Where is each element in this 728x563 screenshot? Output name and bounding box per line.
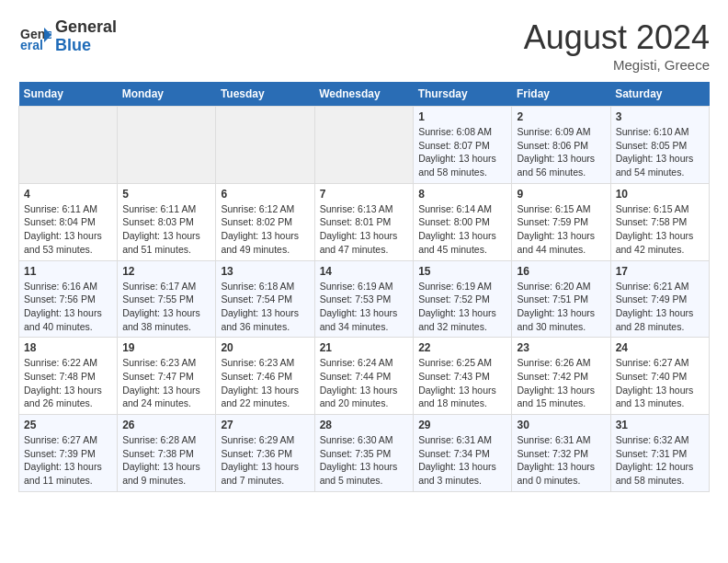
subtitle: Megisti, Greece: [524, 57, 710, 73]
calendar-cell-21: 21Sunrise: 6:24 AMSunset: 7:44 PMDayligh…: [314, 338, 414, 415]
day-number: 18: [24, 341, 112, 354]
day-number: 19: [122, 341, 210, 354]
day-number: 24: [616, 341, 704, 354]
calendar-cell-2: 2Sunrise: 6:09 AMSunset: 8:06 PMDaylight…: [512, 107, 610, 184]
day-info: Sunrise: 6:17 AMSunset: 7:55 PMDaylight:…: [122, 280, 210, 334]
day-number: 25: [24, 419, 112, 431]
day-number: 21: [320, 341, 409, 354]
calendar-cell-25: 25Sunrise: 6:27 AMSunset: 7:39 PMDayligh…: [19, 415, 118, 492]
day-info: Sunrise: 6:31 AMSunset: 7:34 PMDaylight:…: [418, 433, 506, 488]
calendar-cell-8: 8Sunrise: 6:14 AMSunset: 8:00 PMDaylight…: [414, 183, 512, 260]
day-info: Sunrise: 6:24 AMSunset: 7:44 PMDaylight:…: [320, 356, 409, 410]
day-info: Sunrise: 6:22 AMSunset: 7:48 PMDaylight:…: [24, 356, 112, 410]
day-number: 14: [320, 265, 409, 278]
day-number: 9: [517, 188, 605, 201]
day-info: Sunrise: 6:15 AMSunset: 7:59 PMDaylight:…: [517, 202, 605, 257]
calendar-cell-22: 22Sunrise: 6:25 AMSunset: 7:43 PMDayligh…: [414, 338, 512, 415]
day-number: 4: [24, 188, 112, 201]
day-number: 2: [517, 110, 605, 123]
title-block: August 2024 Megisti, Greece: [524, 18, 710, 73]
main-title: August 2024: [524, 18, 710, 57]
day-info: Sunrise: 6:10 AMSunset: 8:05 PMDaylight:…: [616, 125, 704, 179]
day-info: Sunrise: 6:15 AMSunset: 7:58 PMDaylight:…: [616, 202, 704, 257]
logo-general-text: General: [55, 18, 117, 37]
day-info: Sunrise: 6:23 AMSunset: 7:46 PMDaylight:…: [221, 356, 309, 410]
day-info: Sunrise: 6:26 AMSunset: 7:42 PMDaylight:…: [517, 356, 605, 410]
calendar-cell-19: 19Sunrise: 6:23 AMSunset: 7:47 PMDayligh…: [118, 338, 216, 415]
day-header-saturday: Saturday: [610, 82, 709, 107]
calendar-cell-16: 16Sunrise: 6:20 AMSunset: 7:51 PMDayligh…: [512, 260, 610, 338]
day-number: 6: [221, 188, 309, 201]
calendar-cell-15: 15Sunrise: 6:19 AMSunset: 7:52 PMDayligh…: [414, 260, 512, 338]
calendar-cell-10: 10Sunrise: 6:15 AMSunset: 7:58 PMDayligh…: [610, 183, 709, 260]
calendar-cell-4: 4Sunrise: 6:11 AMSunset: 8:04 PMDaylight…: [19, 183, 118, 260]
calendar-cell-27: 27Sunrise: 6:29 AMSunset: 7:36 PMDayligh…: [216, 415, 314, 492]
svg-text:eral: eral: [20, 38, 43, 52]
day-info: Sunrise: 6:29 AMSunset: 7:36 PMDaylight:…: [221, 433, 309, 488]
day-info: Sunrise: 6:16 AMSunset: 7:56 PMDaylight:…: [24, 280, 112, 334]
day-number: 7: [320, 188, 409, 201]
day-info: Sunrise: 6:30 AMSunset: 7:35 PMDaylight:…: [320, 433, 409, 488]
day-number: 11: [24, 265, 112, 278]
day-info: Sunrise: 6:18 AMSunset: 7:54 PMDaylight:…: [221, 280, 309, 334]
day-info: Sunrise: 6:21 AMSunset: 7:49 PMDaylight:…: [616, 280, 704, 334]
day-info: Sunrise: 6:12 AMSunset: 8:02 PMDaylight:…: [221, 202, 309, 257]
day-info: Sunrise: 6:28 AMSunset: 7:38 PMDaylight:…: [122, 433, 210, 488]
day-number: 20: [221, 341, 309, 354]
calendar-cell-20: 20Sunrise: 6:23 AMSunset: 7:46 PMDayligh…: [216, 338, 314, 415]
day-info: Sunrise: 6:20 AMSunset: 7:51 PMDaylight:…: [517, 280, 605, 334]
day-number: 31: [616, 419, 704, 431]
calendar-cell-13: 13Sunrise: 6:18 AMSunset: 7:54 PMDayligh…: [216, 260, 314, 338]
day-header-friday: Friday: [512, 82, 610, 107]
calendar-cell-17: 17Sunrise: 6:21 AMSunset: 7:49 PMDayligh…: [610, 260, 709, 338]
calendar-cell-empty-0-2: [216, 107, 314, 184]
day-info: Sunrise: 6:27 AMSunset: 7:40 PMDaylight:…: [616, 356, 704, 410]
calendar-cell-1: 1Sunrise: 6:08 AMSunset: 8:07 PMDaylight…: [414, 107, 512, 184]
day-info: Sunrise: 6:25 AMSunset: 7:43 PMDaylight:…: [418, 356, 506, 410]
logo-blue-text: Blue: [55, 37, 117, 55]
calendar-cell-5: 5Sunrise: 6:11 AMSunset: 8:03 PMDaylight…: [118, 183, 216, 260]
calendar-cell-18: 18Sunrise: 6:22 AMSunset: 7:48 PMDayligh…: [19, 338, 118, 415]
day-number: 15: [418, 265, 506, 278]
calendar-cell-empty-0-3: [314, 107, 414, 184]
day-number: 23: [517, 341, 605, 354]
day-info: Sunrise: 6:09 AMSunset: 8:06 PMDaylight:…: [517, 125, 605, 179]
day-header-tuesday: Tuesday: [216, 82, 314, 107]
day-info: Sunrise: 6:13 AMSunset: 8:01 PMDaylight:…: [320, 202, 409, 257]
day-info: Sunrise: 6:19 AMSunset: 7:52 PMDaylight:…: [418, 280, 506, 334]
day-header-wednesday: Wednesday: [314, 82, 414, 107]
header-row: SundayMondayTuesdayWednesdayThursdayFrid…: [19, 82, 710, 107]
day-info: Sunrise: 6:14 AMSunset: 8:00 PMDaylight:…: [418, 202, 506, 257]
calendar-cell-23: 23Sunrise: 6:26 AMSunset: 7:42 PMDayligh…: [512, 338, 610, 415]
calendar-cell-14: 14Sunrise: 6:19 AMSunset: 7:53 PMDayligh…: [314, 260, 414, 338]
page-header: Gen eral B General Blue August 2024 Megi…: [18, 18, 710, 73]
day-info: Sunrise: 6:08 AMSunset: 8:07 PMDaylight:…: [418, 125, 506, 179]
day-number: 13: [221, 265, 309, 278]
day-number: 27: [221, 419, 309, 431]
calendar-cell-empty-0-1: [118, 107, 216, 184]
day-header-monday: Monday: [118, 82, 216, 107]
day-number: 17: [616, 265, 704, 278]
logo: Gen eral B General Blue: [18, 18, 117, 55]
day-info: Sunrise: 6:32 AMSunset: 7:31 PMDaylight:…: [616, 433, 704, 488]
logo-icon: Gen eral B: [18, 20, 51, 53]
calendar-cell-28: 28Sunrise: 6:30 AMSunset: 7:35 PMDayligh…: [314, 415, 414, 492]
week-row-2: 4Sunrise: 6:11 AMSunset: 8:04 PMDaylight…: [19, 183, 710, 260]
calendar-cell-26: 26Sunrise: 6:28 AMSunset: 7:38 PMDayligh…: [118, 415, 216, 492]
calendar-cell-6: 6Sunrise: 6:12 AMSunset: 8:02 PMDaylight…: [216, 183, 314, 260]
day-number: 5: [122, 188, 210, 201]
week-row-1: 1Sunrise: 6:08 AMSunset: 8:07 PMDaylight…: [19, 107, 710, 184]
calendar-cell-9: 9Sunrise: 6:15 AMSunset: 7:59 PMDaylight…: [512, 183, 610, 260]
day-info: Sunrise: 6:11 AMSunset: 8:03 PMDaylight:…: [122, 202, 210, 257]
day-number: 1: [418, 110, 506, 123]
day-number: 12: [122, 265, 210, 278]
day-number: 10: [616, 188, 704, 201]
day-number: 8: [418, 188, 506, 201]
week-row-4: 18Sunrise: 6:22 AMSunset: 7:48 PMDayligh…: [19, 338, 710, 415]
day-number: 26: [122, 419, 210, 431]
day-header-sunday: Sunday: [19, 82, 118, 107]
calendar-cell-empty-0-0: [19, 107, 118, 184]
svg-text:B: B: [46, 29, 51, 40]
calendar-cell-11: 11Sunrise: 6:16 AMSunset: 7:56 PMDayligh…: [19, 260, 118, 338]
day-number: 3: [616, 110, 704, 123]
